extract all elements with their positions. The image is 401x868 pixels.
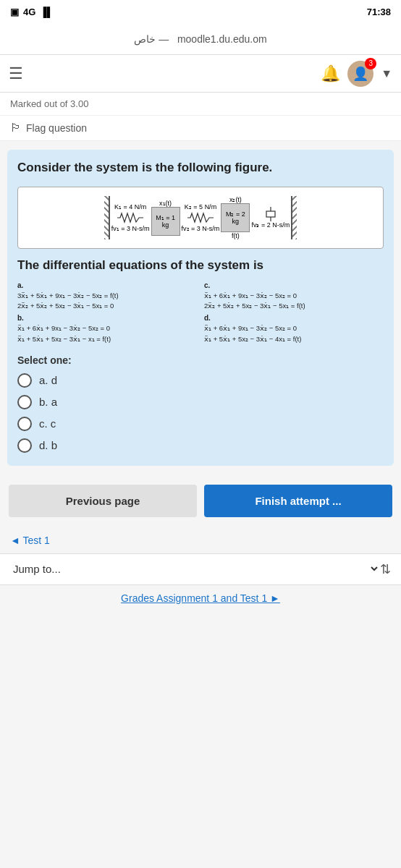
jump-arrows-icon: ⇅ <box>380 561 391 577</box>
mass-m2: M₂ = 2 kg <box>221 203 250 232</box>
option-d-block: d. ẍ₁ + 6ẋ₁ + 9x₁ − 3ẋ₂ − 5x₂ = 0 ẍ₁ + 5… <box>204 314 384 344</box>
status-left: ▣ 4G ▐▌ <box>10 7 54 17</box>
radio-circle-c[interactable] <box>17 417 32 431</box>
time-label: 71:38 <box>367 7 391 17</box>
radio-item-d[interactable]: d. b <box>17 438 384 453</box>
radio-options: a. d b. a c. c d. b <box>17 373 384 453</box>
select-one-label: Select one: <box>17 354 384 366</box>
marked-out-bar: Marked out of 3.00 <box>0 93 401 116</box>
flag-icon: 🏳 <box>10 122 22 135</box>
app-bar: ☰ 🔔 👤 3 ▼ <box>0 55 401 93</box>
previous-page-button[interactable]: Previous page <box>9 485 197 517</box>
option-d-label: d. <box>204 314 384 322</box>
app-bar-right: 🔔 👤 3 ▼ <box>321 61 392 87</box>
option-c-block: c. ẍ₁ + 6ẋ₁ + 9x₁ − 3ẋ₂ − 5x₂ = 0 2ẍ₂ + … <box>204 281 384 312</box>
radio-circle-a[interactable] <box>17 373 32 388</box>
option-b-eq1: ẍ₁ + 6ẋ₁ + 9x₁ − 3ẋ₂ − 5x₂ = 0 <box>17 323 197 333</box>
question-intro: Consider the system is the following fig… <box>17 160 384 176</box>
signal-icon: ▐▌ <box>40 7 53 17</box>
nav-bar: خاص — moodle1.du.edu.om <box>0 23 401 55</box>
ft-label: f(t) <box>232 232 240 239</box>
wall-left <box>104 196 110 239</box>
radio-item-b[interactable]: b. a <box>17 395 384 409</box>
fv1-label: fv₁ = 3 N-s/m <box>111 225 150 232</box>
option-c-eq2: 2ẍ₂ + 5ẋ₂ + 5x₂ − 3ẋ₁ − 5x₁ = f(t) <box>204 301 384 311</box>
spring-k1-svg <box>117 210 143 225</box>
svg-rect-0 <box>266 211 275 217</box>
grades-link[interactable]: Grades Assignment 1 and Test 1 ► <box>121 592 280 604</box>
finish-attempt-button[interactable]: Finish attempt ... <box>204 485 392 517</box>
option-a-eq2: 2ẍ₂ + 5ẋ₂ + 5x₂ − 3ẋ₁ − 5x₁ = 0 <box>17 301 197 311</box>
marked-out-text: Marked out of 3.00 <box>10 98 88 109</box>
jump-to-select[interactable]: Jump to... <box>10 562 380 576</box>
option-c-label: c. <box>204 281 384 289</box>
wall-right <box>291 196 297 239</box>
option-a-label: a. <box>17 281 197 289</box>
radio-item-c[interactable]: c. c <box>17 417 384 431</box>
option-d-eq1: ẍ₁ + 6ẋ₁ + 9x₁ − 3ẋ₂ − 5x₂ = 0 <box>204 323 384 333</box>
radio-circle-b[interactable] <box>17 395 32 409</box>
hamburger-icon[interactable]: ☰ <box>9 64 23 83</box>
mass-m1: M₁ = 1 kg <box>151 207 180 236</box>
option-d-eq2: ẍ₁ + 5ẋ₁ + 5x₂ − 3ẋ₁ − 4x₁ = f(t) <box>204 334 384 344</box>
flag-question-row[interactable]: 🏳 Flag question <box>0 116 401 141</box>
option-b-block: b. ẍ₁ + 6ẋ₁ + 9x₁ − 3ẋ₂ − 5x₂ = 0 ẍ₁ + 5… <box>17 314 197 344</box>
flag-question-label: Flag question <box>26 122 87 134</box>
avatar-wrap[interactable]: 👤 3 <box>347 61 373 87</box>
network-label: 4G <box>23 7 35 17</box>
fv2-label: fv₂ = 3 N-s/m <box>182 225 220 232</box>
nav-prefix: خاص — <box>134 33 169 45</box>
x2-label: x₂(t) <box>229 196 242 203</box>
options-grid: a. 3ẍ₁ + 5ẋ₁ + 9x₁ − 3ẋ₂ − 5x₂ = f(t) 2ẍ… <box>17 281 384 344</box>
test1-link[interactable]: ◄ Test 1 <box>10 535 50 546</box>
sim-icon: ▣ <box>10 7 19 17</box>
status-bar: ▣ 4G ▐▌ 71:38 <box>0 0 401 23</box>
k2-label: K₂ = 5 N/m <box>185 203 216 210</box>
jump-to-row[interactable]: Jump to... ⇅ <box>0 553 401 585</box>
footer-link-row[interactable]: Grades Assignment 1 and Test 1 ► <box>0 585 401 611</box>
equation-subtitle: The differential equations of the system… <box>17 258 384 274</box>
option-a-eq1: 3ẍ₁ + 5ẋ₁ + 9x₁ − 3ẋ₂ − 5x₂ = f(t) <box>17 291 197 301</box>
bell-icon[interactable]: 🔔 <box>321 64 340 83</box>
option-b-eq2: ẍ₁ + 5ẋ₁ + 5x₂ − 3ẋ₁ − x₁ = f(t) <box>17 334 197 344</box>
question-card: Consider the system is the following fig… <box>7 150 394 466</box>
status-right: 71:38 <box>367 7 391 17</box>
radio-label-a: a. d <box>39 374 57 386</box>
option-b-label: b. <box>17 314 197 322</box>
figure-box: K₁ = 4 N/m fv₁ = 3 N-s/m x₁(t) M₁ = 1 kg… <box>17 187 384 249</box>
nav-url: moodle1.du.edu.om <box>177 33 267 45</box>
radio-label-b: b. a <box>39 396 57 408</box>
notification-badge: 3 <box>365 58 376 69</box>
app-bar-left: ☰ <box>9 64 23 83</box>
damper-svg <box>263 207 278 221</box>
fv3-label: fv₃ = 2 N-s/m <box>251 221 290 229</box>
radio-item-a[interactable]: a. d <box>17 373 384 388</box>
radio-label-d: d. b <box>39 439 57 451</box>
spring-k2-svg <box>187 210 214 225</box>
option-c-eq1: ẍ₁ + 6ẋ₁ + 9x₁ − 3ẋ₂ − 5x₂ = 0 <box>204 291 384 301</box>
radio-circle-d[interactable] <box>17 438 32 453</box>
test1-link-row[interactable]: ◄ Test 1 <box>0 527 401 553</box>
x1-label: x₁(t) <box>159 200 172 207</box>
option-a-block: a. 3ẍ₁ + 5ẋ₁ + 9x₁ − 3ẋ₂ − 5x₂ = f(t) 2ẍ… <box>17 281 197 312</box>
k1-label: K₁ = 4 N/m <box>114 203 146 210</box>
radio-label-c: c. c <box>39 417 56 430</box>
dropdown-arrow-icon[interactable]: ▼ <box>381 67 392 80</box>
nav-title: خاص — moodle1.du.edu.om <box>134 33 266 45</box>
bottom-buttons: Previous page Finish attempt ... <box>0 475 401 527</box>
footer-link[interactable]: Grades Assignment 1 and Test 1 ► <box>121 592 280 604</box>
